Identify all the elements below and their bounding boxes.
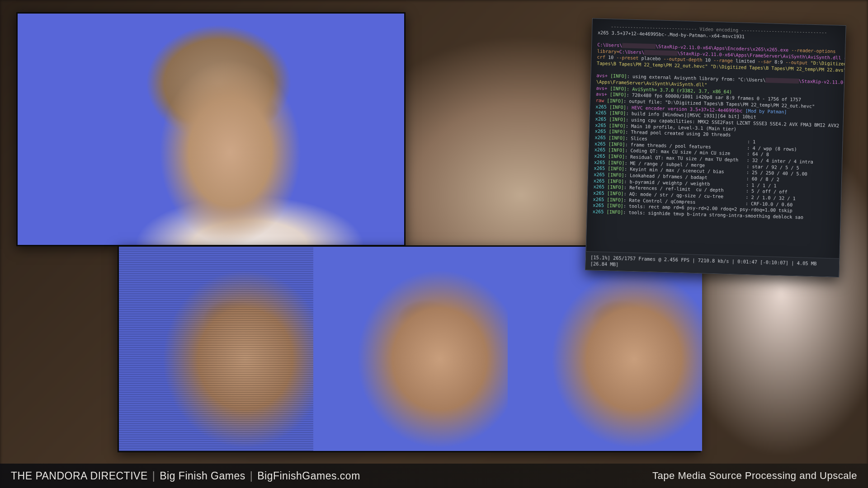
game-title: THE PANDORA DIRECTIVE: [11, 470, 148, 482]
compare-panel-deinterlaced: [313, 247, 508, 451]
separator-icon: |: [152, 470, 155, 482]
slide-caption: Tape Media Source Processing and Upscale: [652, 470, 857, 482]
comparison-strip: [118, 245, 701, 452]
compare-panel-upscaled: [508, 247, 702, 451]
encoder-terminal: ------------------------------- Video en…: [585, 18, 846, 277]
main-source-photo: [16, 12, 406, 246]
caption-bar: THE PANDORA DIRECTIVE | Big Finish Games…: [0, 464, 868, 488]
studio-name: Big Finish Games: [160, 470, 245, 482]
compare-panel-raw: [119, 247, 313, 451]
separator-icon: |: [250, 470, 253, 482]
studio-url: BigFinishGames.com: [257, 470, 360, 482]
terminal-body: x265 3.5+37+12-4e46995bc-.Mod-by-Patman.…: [593, 29, 840, 221]
